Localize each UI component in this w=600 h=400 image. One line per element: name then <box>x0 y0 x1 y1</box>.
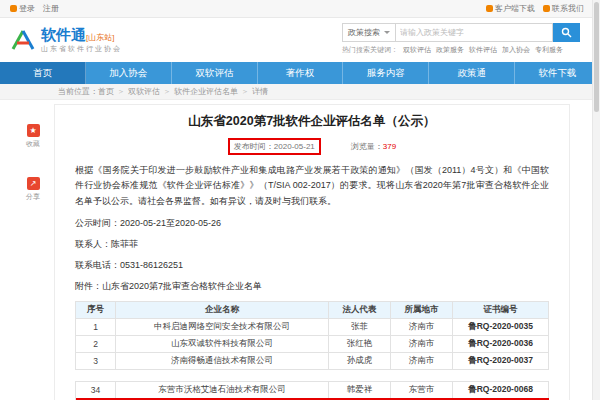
nav-item-shuangruan[interactable]: 双软评估 <box>172 62 258 84</box>
nav-item-join[interactable]: 加入协会 <box>86 62 172 84</box>
search-button[interactable] <box>553 23 580 42</box>
contact-phone: 联系电话：0531-86126251 <box>75 259 549 272</box>
hot-search-link[interactable]: 政策服务 <box>436 45 464 55</box>
table-row: 1中科启迪网络空间安全技术有限公司张菲济南市鲁RQ-2020-0035 <box>76 318 549 335</box>
spacer-cell <box>116 369 329 381</box>
search-category-label: 政策搜索 <box>348 27 380 38</box>
register-label: 注册 <box>43 3 59 14</box>
hot-search-link[interactable]: 加入协会 <box>502 45 530 55</box>
register-link[interactable]: 注册 <box>43 3 59 14</box>
table-row: 3济南得畅通信技术有限公司孙成虎济南市鲁RQ-2020-0037 <box>76 352 549 369</box>
nav-item-home[interactable]: 首页 <box>0 62 86 84</box>
contact-us-label: 联系我们 <box>552 3 584 14</box>
login-label: 登录 <box>19 3 35 14</box>
city: 济南市 <box>391 318 453 335</box>
phone-icon <box>486 5 493 12</box>
hot-search-link[interactable]: 软件评估 <box>469 45 497 55</box>
legal-rep: 孙成虎 <box>329 352 391 369</box>
city: 济南市 <box>391 352 453 369</box>
views-label: 浏览量： <box>351 142 383 151</box>
attachment-link[interactable]: 附件：山东省2020第7批审查合格软件企业名单 <box>75 280 549 293</box>
cert-no: 鲁RQ-2020-0037 <box>453 352 549 369</box>
city: 济南市 <box>391 335 453 352</box>
client-download-link[interactable]: 客户端下载 <box>486 3 535 14</box>
favorite-icon: ★ <box>27 124 40 137</box>
row-no: 1 <box>76 318 116 335</box>
search-bar: 政策搜索 <box>342 23 580 42</box>
nav-item-copyright[interactable]: 著作权 <box>258 62 344 84</box>
breadcrumb-item[interactable]: 软件企业评估名单 <box>174 86 238 97</box>
nav-item-download[interactable]: 软件下载 <box>515 62 600 84</box>
side-tool-favorite[interactable]: ★收藏 <box>26 124 40 149</box>
hot-search-link[interactable]: 双软评估 <box>403 45 431 55</box>
legal-rep: 张红艳 <box>329 335 391 352</box>
search-category-select[interactable]: 政策搜索 <box>342 23 395 42</box>
main-nav: 首页加入协会双软评估著作权服务内容政策通软件下载 <box>0 62 600 84</box>
top-utility-bar: 登录 注册 客户端下载 联系我们 <box>0 0 600 18</box>
table-header-cell: 序号 <box>76 301 116 318</box>
company-name: 山东双诚软件科技有限公司 <box>116 335 329 352</box>
logo-icon <box>10 29 36 51</box>
views: 浏览量：379 <box>351 141 396 152</box>
table-row: 2山东双诚软件科技有限公司张红艳济南市鲁RQ-2020-0036 <box>76 335 549 352</box>
table-header-cell: 所属地市 <box>391 301 453 318</box>
legal-rep: 韩爱祥 <box>329 381 391 398</box>
search-input[interactable] <box>395 23 553 42</box>
contact-us-link[interactable]: 联系我们 <box>543 3 584 14</box>
table-header-cell: 企业名称 <box>116 301 329 318</box>
side-tools: ★收藏↗分享 <box>26 124 40 202</box>
main-content: ★收藏↗分享 山东省2020第7批软件企业评估名单（公示） 发布时间：2020-… <box>0 104 600 400</box>
spacer-cell <box>391 369 453 381</box>
side-tool-share[interactable]: ↗分享 <box>26 177 40 202</box>
page-scrollbar[interactable] <box>592 0 600 400</box>
table-header-cell: 法人代表 <box>329 301 391 318</box>
cert-no: 鲁RQ-2020-0036 <box>453 335 549 352</box>
search-area: 政策搜索 热门搜索关键词： 双软评估政策服务软件评估加入协会专利服务 <box>342 23 580 55</box>
table-spacer-row <box>76 369 549 381</box>
topbar-left: 登录 注册 <box>10 3 59 14</box>
breadcrumb-label: 当前位置： <box>58 86 98 97</box>
legal-rep: 张菲 <box>329 318 391 335</box>
table-header-row: 序号企业名称法人代表所属地市证书编号 <box>76 301 549 318</box>
spacer-cell <box>76 369 116 381</box>
city: 东营市 <box>391 381 453 398</box>
nav-item-policy[interactable]: 政策通 <box>429 62 515 84</box>
hot-search-label: 热门搜索关键词： <box>342 45 398 55</box>
article-meta: 发布时间：2020-05-21 浏览量：379 <box>75 138 549 155</box>
scrollbar-thumb[interactable] <box>594 2 599 112</box>
article-body: 根据《国务院关于印发进一步鼓励软件产业和集成电路产业发展若干政策的通知》（国发（… <box>75 163 549 209</box>
notice-period: 公示时间：2020-05-21至2020-05-26 <box>75 217 549 230</box>
hot-search-link[interactable]: 专利服务 <box>535 45 563 55</box>
breadcrumb-separator: ＞ <box>117 86 125 97</box>
breadcrumb-separator: ＞ <box>163 86 171 97</box>
cert-no: 鲁RQ-2020-0068 <box>453 381 549 398</box>
company-table: 序号企业名称法人代表所属地市证书编号 1中科启迪网络空间安全技术有限公司张菲济南… <box>75 301 549 400</box>
cert-no: 鲁RQ-2020-0035 <box>453 318 549 335</box>
login-icon <box>10 5 17 12</box>
row-no: 34 <box>76 381 116 398</box>
contact-icon <box>543 5 550 12</box>
topbar-right: 客户端下载 联系我们 <box>486 3 584 14</box>
table-header-cell: 证书编号 <box>453 301 549 318</box>
contact-person: 联系人：陈菲菲 <box>75 238 549 251</box>
row-no: 2 <box>76 335 116 352</box>
breadcrumb: 当前位置： 首页＞双软评估＞软件企业评估名单＞详情 <box>0 84 600 100</box>
side-tool-label: 分享 <box>26 192 40 202</box>
side-tool-label: 收藏 <box>26 139 40 149</box>
spacer-cell <box>329 369 391 381</box>
login-link[interactable]: 登录 <box>10 3 35 14</box>
logo-station: [山东站] <box>86 33 114 42</box>
views-count: 379 <box>383 142 396 151</box>
row-no: 3 <box>76 352 116 369</box>
breadcrumb-item: 详情 <box>252 86 268 97</box>
site-logo[interactable]: 软件通[山东站] 山东省软件行业协会 <box>10 27 122 54</box>
site-header: 软件通[山东站] 山东省软件行业协会 政策搜索 热门搜索关键词： 双软评估政策服… <box>0 18 600 62</box>
article-card: 山东省2020第7批软件企业评估名单（公示） 发布时间：2020-05-21 浏… <box>54 104 570 400</box>
chevron-down-icon <box>384 31 390 34</box>
breadcrumb-item[interactable]: 首页 <box>98 86 114 97</box>
nav-item-services[interactable]: 服务内容 <box>343 62 429 84</box>
logo-title: 软件通[山东站] <box>41 27 122 42</box>
company-name: 济南得畅通信技术有限公司 <box>116 352 329 369</box>
hot-links: 双软评估政策服务软件评估加入协会专利服务 <box>403 45 563 55</box>
breadcrumb-item[interactable]: 双软评估 <box>128 86 160 97</box>
